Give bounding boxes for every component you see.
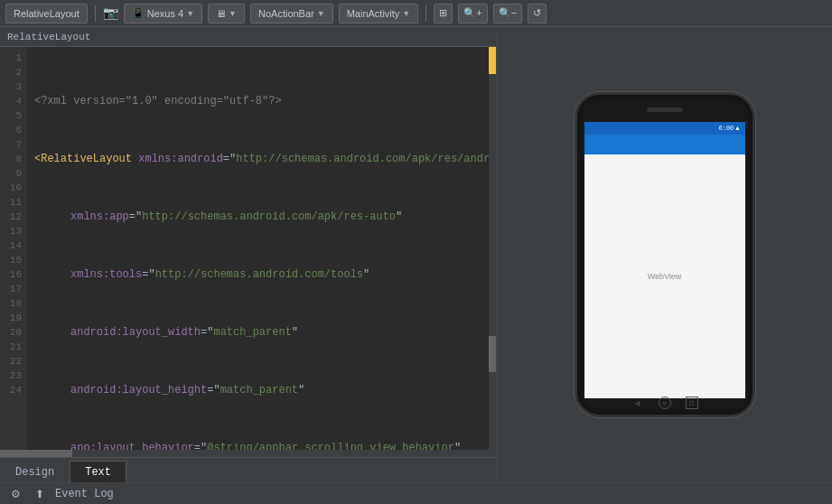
status-bar: ⚙ ⬆ Event Log (0, 482, 832, 504)
main-toolbar: RelativeLayout 📷 📱 Nexus 4 ▼ 🖥 ▼ NoActio… (0, 0, 832, 27)
tab-text-label: Text (85, 466, 111, 479)
xml-decl: <?xml version="1.0" encoding="utf-8"?> (34, 94, 282, 108)
code-line-6: android:layout_height="match_parent" (34, 383, 496, 397)
h-scroll-thumb (0, 450, 72, 457)
main-area: RelativeLayout 12345 678910 1112131415 1… (0, 27, 832, 482)
tab-text[interactable]: Text (70, 461, 126, 482)
line-numbers: 12345 678910 1112131415 1617181920 21222… (0, 47, 27, 450)
scroll-thumb-orange (489, 47, 496, 74)
settings-icon: ⚙ (11, 488, 21, 500)
settings-button[interactable]: ⚙ (7, 486, 24, 502)
home-icon: ○ (662, 399, 667, 407)
tab-design[interactable]: Design (0, 461, 70, 482)
device-frame: 6:00 ▲ WebView ◁ ○ □ (575, 92, 755, 417)
editor-area[interactable]: 12345 678910 1112131415 1617181920 21222… (0, 47, 496, 450)
zoom-fit-button[interactable]: ⊞ (434, 4, 453, 23)
device-icon: 📱 (132, 7, 145, 19)
status-time: 6:00 (718, 125, 734, 132)
chevron-down-icon-3: ▼ (317, 9, 325, 18)
device-wrapper: 6:00 ▲ WebView ◁ ○ □ (566, 27, 764, 482)
editor-tabs: Design Text (0, 457, 496, 482)
breadcrumb-item[interactable]: RelativeLayout (7, 32, 90, 42)
preview-panel: 6:00 ▲ WebView ◁ ○ □ (497, 27, 832, 482)
screen-toolbar (584, 135, 745, 154)
event-log-label[interactable]: Event Log (55, 488, 114, 500)
device-selector[interactable]: 📱 Nexus 4 ▼ (124, 4, 202, 23)
screen-icon: 🖥 (216, 8, 226, 19)
chevron-down-icon: ▼ (186, 9, 194, 18)
code-line-1: <?xml version="1.0" encoding="utf-8"?> (34, 94, 496, 108)
xml-editor-panel: RelativeLayout 12345 678910 1112131415 1… (0, 27, 497, 482)
activity-label: MainActivity (347, 8, 400, 19)
chevron-down-icon-2: ▼ (229, 9, 237, 18)
theme-selector[interactable]: NoActionBar ▼ (250, 4, 333, 23)
code-line-2: <RelativeLayout xmlns:android="http://sc… (34, 152, 496, 166)
toolbar-separator (95, 5, 96, 22)
nav-back-button[interactable]: ◁ (631, 397, 644, 409)
breadcrumb-button[interactable]: RelativeLayout (5, 4, 88, 23)
nav-home-button[interactable]: ○ (659, 397, 671, 409)
screen-selector[interactable]: 🖥 ▼ (208, 4, 245, 23)
zoom-out-button[interactable]: 🔍− (493, 4, 522, 23)
screen-status-bar: 6:00 ▲ (584, 122, 745, 135)
code-lines: <?xml version="1.0" encoding="utf-8"?> <… (27, 47, 496, 450)
code-content: 12345 678910 1112131415 1617181920 21222… (0, 47, 496, 450)
code-line-3: xmlns:app="http://schemas.android.com/ap… (34, 210, 496, 224)
build-button[interactable]: ⬆ (32, 486, 48, 502)
toolbar-separator-2 (425, 5, 426, 22)
webview-label: WebView (648, 272, 682, 281)
zoom-in-button[interactable]: 🔍+ (458, 4, 487, 23)
breadcrumb-label: RelativeLayout (14, 8, 79, 19)
toolbar-icon-screenshot: 📷 (103, 5, 118, 21)
chevron-down-icon-4: ▼ (402, 9, 410, 18)
device-screen: 6:00 ▲ WebView (584, 122, 745, 398)
nav-recent-button[interactable]: □ (686, 397, 698, 409)
code-line-7: app:layout_behavior="@string/appbar_scro… (34, 441, 496, 450)
vertical-scrollbar[interactable] (489, 47, 496, 450)
device-speaker (647, 107, 683, 112)
horizontal-scrollbar[interactable] (0, 450, 496, 457)
device-label: Nexus 4 (147, 8, 183, 19)
wifi-icon: ▲ (735, 125, 739, 132)
theme-label: NoActionBar (258, 8, 314, 19)
code-line-4: xmlns:tools="http://schemas.android.com/… (34, 267, 496, 282)
code-line-5: android:layout_width="match_parent" (34, 325, 496, 340)
tab-design-label: Design (15, 466, 54, 479)
zoom-reset-button[interactable]: ↺ (528, 4, 547, 23)
build-icon: ⬆ (35, 488, 44, 500)
device-home-bar: ◁ ○ □ (631, 397, 698, 409)
scroll-thumb-gray (489, 336, 496, 372)
back-icon: ◁ (635, 399, 640, 407)
screen-content: WebView (584, 154, 745, 398)
activity-selector[interactable]: MainActivity ▼ (339, 4, 419, 23)
tag-relativelayout: <RelativeLayout (34, 152, 132, 166)
breadcrumb-bar: RelativeLayout (0, 27, 496, 47)
recent-icon: □ (689, 399, 694, 407)
